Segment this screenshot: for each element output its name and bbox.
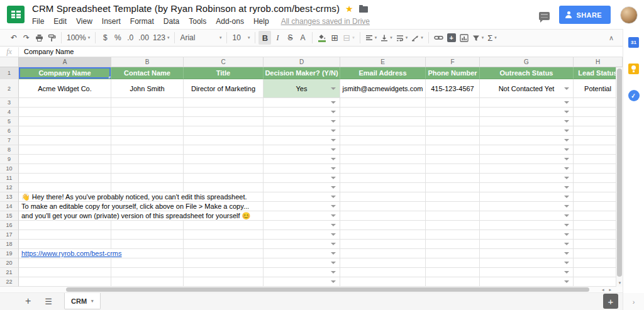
row-header-9[interactable]: 9 [0,155,19,164]
cell-D22[interactable] [264,277,340,287]
dropdown-arrow-G19[interactable] [564,252,569,255]
cell-F3[interactable] [426,98,480,108]
cell-C16[interactable] [184,221,264,230]
cell-A6[interactable] [19,126,111,136]
cell-E5[interactable] [340,117,426,126]
merge-cells-button[interactable]: ⊟▾ [341,31,356,45]
dropdown-arrow-D16[interactable] [331,224,336,226]
keep-icon[interactable] [628,64,639,74]
cell-D12[interactable] [264,183,340,192]
cell-F6[interactable] [426,126,480,136]
dropdown-arrow-G11[interactable] [564,177,569,179]
cell-G4[interactable] [480,108,574,117]
cell-D5[interactable] [264,117,340,126]
cell-E22[interactable] [340,277,426,287]
row-header-6[interactable]: 6 [0,126,19,136]
dropdown-arrow-D8[interactable] [331,148,336,151]
cell-E1[interactable]: Email Address [340,67,426,79]
cell-G1[interactable]: Outreach Status [480,67,574,79]
cell-E9[interactable] [340,155,426,164]
cell-G9[interactable] [480,155,574,164]
more-formats-button[interactable]: 123▾ [151,31,172,45]
sheet-tab-crm[interactable]: CRM ▾ [64,293,101,309]
cell-F7[interactable] [426,136,480,145]
dropdown-arrow-G6[interactable] [564,130,569,132]
menu-view[interactable]: View [76,17,92,26]
cell-E3[interactable] [340,98,426,108]
cell-E16[interactable] [340,221,426,230]
cell-B8[interactable] [111,145,184,155]
cell-A15[interactable]: and you'll get your own (private) versio… [19,211,264,221]
folder-icon[interactable] [359,6,368,13]
dropdown-arrow-G2[interactable] [564,87,569,90]
add-sheet-button[interactable]: + [25,296,31,307]
cell-C1[interactable]: Title [184,67,264,79]
cell-G18[interactable] [480,240,574,249]
row-header-22[interactable]: 22 [0,277,19,287]
row-header-10[interactable]: 10 [0,164,19,174]
menu-add-ons[interactable]: Add-ons [216,17,244,26]
cell-A19[interactable]: https://www.ryrob.com/best-crms [19,249,184,258]
cell-E13[interactable] [340,192,426,202]
dropdown-arrow-G12[interactable] [564,186,569,189]
cell-F4[interactable] [426,108,480,117]
row-header-20[interactable]: 20 [0,258,19,268]
menu-data[interactable]: Data [164,17,179,26]
cell-F10[interactable] [426,164,480,174]
select-all-corner[interactable] [0,57,19,67]
calendar-icon[interactable]: 31 [628,37,639,48]
cell-E8[interactable] [340,145,426,155]
dropdown-arrow-G20[interactable] [564,262,569,264]
cell-F15[interactable] [426,211,480,221]
vertical-scrollbar-thumb[interactable] [617,69,622,277]
tasks-icon[interactable] [628,90,640,101]
cell-D4[interactable] [264,108,340,117]
cell-C6[interactable] [184,126,264,136]
cell-E17[interactable] [340,230,426,240]
cell-E15[interactable] [340,211,426,221]
dropdown-arrow-D6[interactable] [331,130,336,132]
cell-A21[interactable] [19,268,111,277]
undo-button[interactable]: ↶ [8,31,20,45]
column-header-E[interactable]: E [340,57,426,67]
cell-C12[interactable] [184,183,264,192]
cell-A20[interactable] [19,258,111,268]
format-currency-button[interactable]: $ [99,31,111,45]
cell-D2[interactable]: Yes [264,79,340,98]
row-header-15[interactable]: 15 [0,211,19,221]
cell-G20[interactable] [480,258,574,268]
dropdown-arrow-D11[interactable] [331,177,336,179]
dropdown-arrow-D7[interactable] [331,139,336,141]
cell-D7[interactable] [264,136,340,145]
vertical-align-button[interactable]: ▾ [379,31,394,45]
cell-F1[interactable]: Phone Number [426,67,480,79]
cell-A16[interactable] [19,221,111,230]
bold-button[interactable]: B [258,31,271,45]
print-button[interactable] [33,31,45,45]
decrease-decimal-button[interactable]: .0 [124,31,136,45]
cell-E7[interactable] [340,136,426,145]
all-sheets-menu-button[interactable]: ☰ [45,297,52,306]
cell-G22[interactable] [480,277,574,287]
menu-insert[interactable]: Insert [102,17,121,26]
row-header-18[interactable]: 18 [0,240,19,249]
row-header-19[interactable]: 19 [0,249,19,258]
cell-B20[interactable] [111,258,184,268]
fill-color-button[interactable] [316,31,328,45]
cell-C18[interactable] [184,240,264,249]
paint-format-button[interactable] [45,31,58,45]
dropdown-arrow-D12[interactable] [331,186,336,189]
insert-comment-button[interactable]: + [445,31,458,45]
cell-G12[interactable] [480,183,574,192]
cell-C9[interactable] [184,155,264,164]
cell-F11[interactable] [426,174,480,183]
dropdown-arrow-D19[interactable] [331,252,336,255]
column-header-D[interactable]: D [264,57,340,67]
dropdown-arrow-G15[interactable] [564,214,569,217]
cell-F19[interactable] [426,249,480,258]
row-header-17[interactable]: 17 [0,230,19,240]
dropdown-arrow-G5[interactable] [564,120,569,123]
cell-E20[interactable] [340,258,426,268]
cell-F14[interactable] [426,202,480,211]
cell-F22[interactable] [426,277,480,287]
